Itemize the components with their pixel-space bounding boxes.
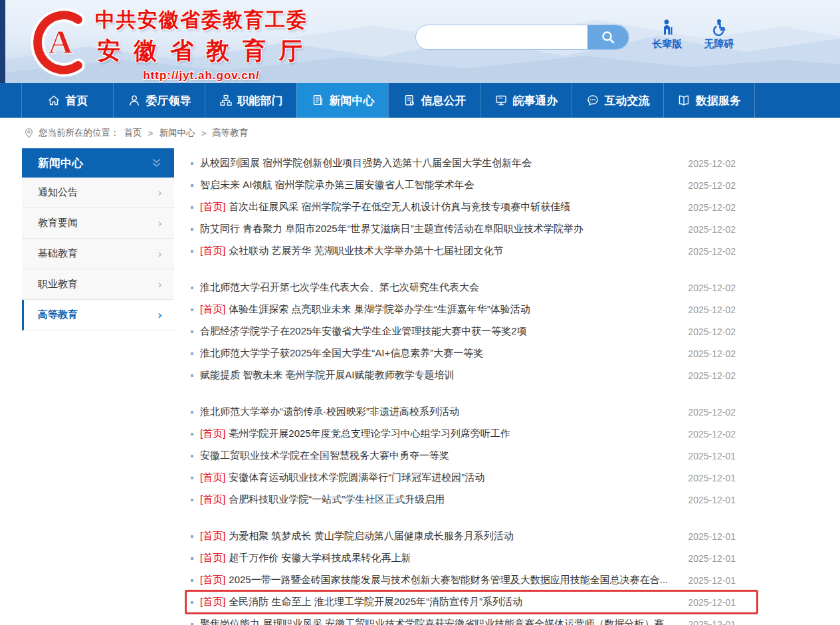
news-item-link[interactable]: [首页]全民消防 生命至上 淮北理工学院开展2025年“消防宣传月”系列活动 <box>200 596 675 608</box>
nav-item-news-center[interactable]: 新闻中心 <box>296 83 388 118</box>
bullet-icon <box>191 411 193 414</box>
nav-item-data-services[interactable]: 数据服务 <box>663 83 755 118</box>
sidebar-title: 新闻中心 <box>22 148 174 178</box>
bullet-icon <box>191 455 193 457</box>
nav-item-home[interactable]: 首页 <box>21 83 113 118</box>
search-input[interactable] <box>416 25 587 49</box>
quick-links: 长辈版 无障碍 <box>650 19 736 51</box>
breadcrumb-prefix: 您当前所在的位置： <box>39 127 120 139</box>
nav-label: 皖事通办 <box>513 93 558 108</box>
agency-logo-icon: A <box>25 5 92 77</box>
news-item-link[interactable]: [首页]亳州学院开展2025年度党总支理论学习中心组学习列席旁听工作 <box>200 428 675 440</box>
news-item-link[interactable]: [首页]超千万作价 安徽大学科技成果转化再上新 <box>200 552 675 564</box>
news-item: [首页]亳州学院开展2025年度党总支理论学习中心组学习列席旁听工作2025-1… <box>187 423 756 445</box>
news-item: 防艾同行 青春聚力 阜阳市2025年“世界艾滋病日”主题宣传活动在阜阳职业技术学… <box>187 218 756 240</box>
news-item-date: 2025-12-01 <box>688 575 736 586</box>
news-item-link[interactable]: 淮北师范大学举办“遗韵传承·校园映彩”非遗进高校系列活动 <box>200 406 675 418</box>
nav-label: 职能部门 <box>238 93 283 108</box>
news-item-date: 2025-12-02 <box>688 246 736 257</box>
news-item-link[interactable]: 从校园到国展 宿州学院创新创业项目强势入选第十八届全国大学生创新年会 <box>200 157 675 170</box>
news-item-date: 2025-12-02 <box>688 202 736 213</box>
chevron-right-icon: › <box>158 186 162 199</box>
sidebar-item-notices[interactable]: 通知公告 › <box>22 178 174 208</box>
bullet-icon <box>191 228 193 231</box>
site-url: http://jyt.ah.gov.cn/ <box>88 69 314 82</box>
news-item-date: 2025-12-02 <box>688 370 736 381</box>
news-item-link[interactable]: 合肥经济学院学子在2025年安徽省大学生企业管理技能大赛中获一等奖2项 <box>200 325 675 338</box>
news-item-date: 2025-12-02 <box>688 283 736 293</box>
news-item-link[interactable]: 淮北师范大学召开第七次学生代表大会、第七次研究生代表大会 <box>200 281 675 294</box>
news-item-date: 2025-12-02 <box>688 326 736 337</box>
news-item: [首页]首次出征展风采 宿州学院学子在低空无人机设计仿真与竞技专项赛中斩获佳绩2… <box>187 196 756 218</box>
breadcrumb-home[interactable]: 首页 <box>124 127 142 139</box>
sidebar-item-higher-education[interactable]: 高等教育 › <box>22 300 174 330</box>
bullet-icon <box>191 557 193 560</box>
news-item-date: 2025-12-02 <box>688 429 736 439</box>
sidebar-item-vocational-education[interactable]: 职业教育 › <box>22 269 174 300</box>
news-item: [首页]超千万作价 安徽大学科技成果转化再上新2025-12-01 <box>187 547 756 569</box>
bullet-icon <box>191 184 193 187</box>
front-page-tag: [首页] <box>200 493 225 505</box>
news-item: 合肥经济学院学子在2025年安徽省大学生企业管理技能大赛中获一等奖2项2025-… <box>187 320 756 342</box>
breadcrumb-separator: > <box>148 128 154 138</box>
wheelchair-icon <box>710 19 728 36</box>
front-page-tag: [首页] <box>200 201 225 212</box>
accessibility-link[interactable]: 无障碍 <box>702 19 736 51</box>
news-item-link[interactable]: 赋能提质 智教未来 亳州学院开展AI赋能教师教学专题培训 <box>200 369 675 382</box>
front-page-tag: [首页] <box>200 428 225 439</box>
nav-item-online-services[interactable]: 皖事通办 <box>480 83 572 118</box>
news-item-link[interactable]: [首页]2025一带一路暨金砖国家技能发展与技术创新大赛智能财务管理及大数据应用… <box>200 574 675 586</box>
breadcrumb-separator: > <box>201 128 206 138</box>
sidebar-item-label: 通知公告 <box>38 186 78 199</box>
breadcrumb: 您当前所在的位置： 首页 > 新闻中心 > 高等教育 <box>0 118 840 148</box>
news-item-date: 2025-12-02 <box>688 407 736 418</box>
front-page-tag: [首页] <box>200 303 225 314</box>
info-disclosure-icon <box>403 94 416 107</box>
nav-label: 首页 <box>66 93 88 108</box>
breadcrumb-higher-education[interactable]: 高等教育 <box>212 127 248 139</box>
bullet-icon <box>191 374 193 377</box>
location-pin-icon <box>24 128 34 138</box>
news-item: 安徽工贸职业技术学院在全国智慧税务大赛中勇夺一等奖2025-12-01 <box>187 445 756 467</box>
news-item-date: 2025-12-02 <box>688 158 736 169</box>
bullet-icon <box>191 623 193 625</box>
bullet-icon <box>191 309 193 311</box>
news-item-link[interactable]: 淮北师范大学学子获2025年全国大学生“AI+信息素养”大赛一等奖 <box>200 347 675 360</box>
nav-item-leaders[interactable]: 委厅领导 <box>113 83 205 118</box>
chevron-double-down-icon[interactable] <box>151 158 162 168</box>
news-item-link[interactable]: [首页]体验生涯探索 点亮职业未来 巢湖学院举办学生“生涯嘉年华”体验活动 <box>200 303 675 316</box>
nav-item-departments[interactable]: 职能部门 <box>205 83 296 118</box>
nav-item-info-disclosure[interactable]: 信息公开 <box>388 83 480 118</box>
nav-item-interaction[interactable]: 互动交流 <box>572 83 663 118</box>
news-item: [首页]2025一带一路暨金砖国家技能发展与技术创新大赛智能财务管理及大数据应用… <box>187 569 756 591</box>
sidebar-item-basic-education[interactable]: 基础教育 › <box>22 239 174 269</box>
bullet-icon <box>191 499 193 501</box>
news-item-link[interactable]: 聚焦岗位能力 展现职业风采 安徽工贸职业技术学院喜获安徽省职业技能竞赛全媒体运营… <box>200 618 675 625</box>
main-content: 新闻中心 通知公告 › 教育要闻 › 基础教育 › 职业教育 › 高等教育 › … <box>0 148 840 625</box>
news-item-link[interactable]: 安徽工贸职业技术学院在全国智慧税务大赛中勇夺一等奖 <box>200 449 675 462</box>
news-item-link[interactable]: 智启未来 AI领航 宿州学院承办第三届安徽省人工智能学术年会 <box>200 179 675 191</box>
news-item-link[interactable]: 防艾同行 青春聚力 阜阳市2025年“世界艾滋病日”主题宣传活动在阜阳职业技术学… <box>200 223 675 235</box>
breadcrumb-news-center[interactable]: 新闻中心 <box>159 127 195 139</box>
main-navigation: 首页 委厅领导 职能部门 新闻中心 信息公开 <box>0 83 840 118</box>
news-item-link[interactable]: [首页]合肥科技职业学院“一站式”学生社区正式升级启用 <box>200 493 675 506</box>
bullet-icon <box>191 535 193 538</box>
front-page-tag: [首页] <box>200 530 225 541</box>
news-item: 智启未来 AI领航 宿州学院承办第三届安徽省人工智能学术年会2025-12-02 <box>187 174 756 196</box>
sidebar-item-label: 教育要闻 <box>38 217 78 229</box>
news-item: [首页]众社联动 艺展芳华 芜湖职业技术大学举办第十七届社团文化节2025-12… <box>187 240 756 262</box>
news-item-link[interactable]: [首页]首次出征展风采 宿州学院学子在低空无人机设计仿真与竞技专项赛中斩获佳绩 <box>200 201 675 213</box>
news-item-link[interactable]: [首页]安徽体育运动职业技术学院圆满举行“门球冠军进校园”活动 <box>200 471 675 484</box>
accessibility-label: 无障碍 <box>704 38 734 51</box>
front-page-tag: [首页] <box>200 471 225 483</box>
search-button[interactable] <box>587 25 629 49</box>
news-group: 淮北师范大学召开第七次学生代表大会、第七次研究生代表大会2025-12-02[首… <box>187 277 756 386</box>
news-item-link[interactable]: [首页]为爱相聚 筑梦成长 黄山学院启动第八届健康成长服务月系列活动 <box>200 530 675 543</box>
nav-label: 信息公开 <box>421 93 467 108</box>
news-item-link[interactable]: [首页]众社联动 艺展芳华 芜湖职业技术大学举办第十七届社团文化节 <box>200 245 675 257</box>
sidebar-item-education-news[interactable]: 教育要闻 › <box>22 208 174 239</box>
elder-version-link[interactable]: 长辈版 <box>650 19 684 51</box>
nav-label: 委厅领导 <box>146 93 191 108</box>
org-chart-icon <box>219 94 233 107</box>
bullet-icon <box>191 162 193 165</box>
